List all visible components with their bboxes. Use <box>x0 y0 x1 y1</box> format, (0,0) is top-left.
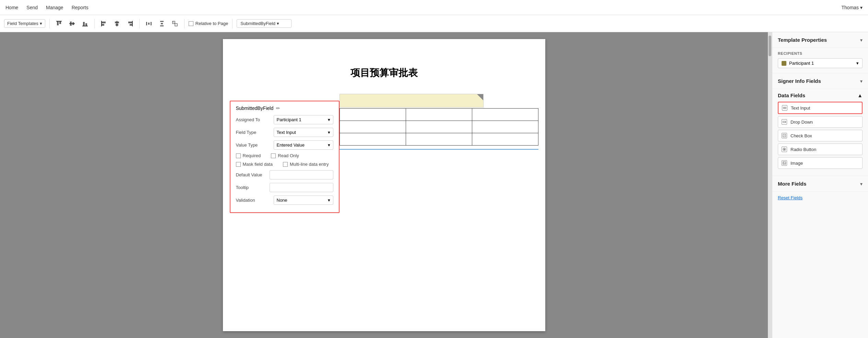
recipients-section: RECIPIENTS Participant 1 ▾ <box>772 48 868 73</box>
image-icon <box>782 160 787 166</box>
align-left-btn[interactable] <box>99 18 109 29</box>
value-type-select[interactable]: Entered Value ▾ <box>274 140 333 150</box>
default-value-label: Default Value <box>236 172 270 177</box>
edit-icon[interactable]: ✏ <box>276 105 280 111</box>
svg-rect-6 <box>83 22 85 26</box>
table-row <box>340 109 538 121</box>
svg-rect-18 <box>146 22 147 25</box>
assigned-to-row: Assigned To Participant 1 ▾ <box>236 115 333 124</box>
template-properties-chevron-icon: ▾ <box>860 37 863 43</box>
nav-send[interactable]: Send <box>26 3 38 12</box>
validation-select[interactable]: None ▾ <box>274 196 333 205</box>
table-cell <box>472 133 538 146</box>
validation-label: Validation <box>236 198 274 203</box>
distribute-v-btn[interactable] <box>157 18 167 29</box>
toolbar-separator-3 <box>139 19 140 28</box>
toolbar-separator-2 <box>94 19 95 28</box>
read-only-label: Read Only <box>278 153 299 158</box>
toolbar-separator-5 <box>232 19 233 28</box>
signer-info-title: Signer Info Fields <box>778 78 821 84</box>
data-fields-section: Data Fields ▲ Text Input Drop Down <box>772 89 868 176</box>
field-type-select[interactable]: Text Input ▾ <box>274 128 333 137</box>
table-cell <box>472 109 538 121</box>
canvas-area[interactable]: 项目预算审批表 SubmittedByField ✏ Assigned To P… <box>0 32 768 338</box>
field-type-label: Field Type <box>236 130 274 135</box>
more-fields-header[interactable]: More Fields ▾ <box>772 176 868 192</box>
field-name-select[interactable]: SubmittedByField ▾ <box>237 19 292 28</box>
svg-rect-7 <box>85 23 87 26</box>
nav-manage[interactable]: Manage <box>46 3 63 12</box>
svg-rect-25 <box>175 24 177 26</box>
scrollbar-thumb[interactable] <box>769 36 771 56</box>
align-top-btn[interactable] <box>54 18 64 29</box>
table-cell <box>340 133 406 146</box>
recipient-name: Participant 1 <box>789 61 814 66</box>
assigned-to-label: Assigned To <box>236 117 274 122</box>
doc-yellow-field[interactable] <box>340 94 484 108</box>
main-layout: 项目预算审批表 SubmittedByField ✏ Assigned To P… <box>0 32 868 338</box>
svg-rect-21 <box>160 21 164 22</box>
resize-btn[interactable] <box>170 18 180 29</box>
field-type-chevron-icon: ▾ <box>328 130 330 135</box>
svg-rect-1 <box>59 21 61 24</box>
recipients-label: RECIPIENTS <box>778 51 863 55</box>
align-bottom-btn[interactable] <box>80 18 90 29</box>
align-center-h-btn[interactable] <box>112 18 122 29</box>
image-label: Image <box>790 161 803 166</box>
scrollbar-track[interactable] <box>768 32 772 338</box>
align-center-v-btn[interactable] <box>67 18 77 29</box>
template-properties-header[interactable]: Template Properties ▾ <box>772 32 868 48</box>
svg-line-26 <box>173 21 175 24</box>
required-checkbox[interactable] <box>236 153 241 158</box>
read-only-checkbox[interactable] <box>271 153 276 158</box>
recipient-select[interactable]: Participant 1 ▾ <box>778 58 863 68</box>
svg-rect-16 <box>130 24 132 26</box>
field-item-radio-button[interactable]: Radio Button <box>778 143 863 155</box>
radio-button-label: Radio Button <box>790 147 816 152</box>
signer-info-header[interactable]: Signer Info Fields ▾ <box>772 73 868 89</box>
field-type-value: Text Input <box>277 130 296 135</box>
table-cell <box>406 121 472 133</box>
svg-rect-19 <box>148 23 150 25</box>
field-templates-label: Field Templates <box>7 21 38 26</box>
field-item-check-box[interactable]: Check Box <box>778 130 863 141</box>
tooltip-row: Tooltip <box>236 183 333 192</box>
table-cell <box>340 121 406 133</box>
svg-point-34 <box>784 162 784 163</box>
multi-line-checkbox[interactable] <box>283 162 288 167</box>
svg-rect-20 <box>151 22 152 25</box>
default-value-input[interactable] <box>270 170 333 179</box>
multi-line-label: Multi-line data entry <box>290 162 329 167</box>
value-type-value: Entered Value <box>277 142 305 148</box>
reset-fields-link[interactable]: Reset Fields <box>778 195 802 200</box>
nav-user[interactable]: Thomas ▾ <box>842 5 863 10</box>
svg-rect-23 <box>160 25 164 26</box>
relative-to-page-wrap: Relative to Page <box>189 21 228 26</box>
field-item-drop-down[interactable]: Drop Down <box>778 116 863 128</box>
toolbar: Field Templates ▾ <box>0 15 868 32</box>
mask-field-checkbox[interactable] <box>236 162 241 167</box>
field-templates-dropdown[interactable]: Field Templates ▾ <box>4 19 45 28</box>
field-item-text-input[interactable]: Text Input <box>778 102 863 114</box>
top-nav: Home Send Manage Reports Thomas ▾ <box>0 0 868 15</box>
data-fields-header[interactable]: Data Fields ▲ <box>778 92 863 98</box>
align-right-btn[interactable] <box>125 18 135 29</box>
assigned-to-chevron-icon: ▾ <box>328 117 330 122</box>
doc-divider-line <box>340 149 538 150</box>
table-row <box>340 133 538 146</box>
field-item-image[interactable]: Image <box>778 157 863 169</box>
distribute-h-btn[interactable] <box>144 18 154 29</box>
nav-home[interactable]: Home <box>5 3 18 12</box>
assigned-to-select[interactable]: Participant 1 ▾ <box>274 115 333 124</box>
svg-rect-0 <box>57 21 59 25</box>
svg-rect-9 <box>102 22 106 23</box>
field-panel: SubmittedByField ✏ Assigned To Participa… <box>230 101 340 213</box>
check-box-label: Check Box <box>790 133 812 138</box>
field-name-text: SubmittedByField <box>236 105 274 111</box>
relative-to-page-checkbox[interactable] <box>189 21 193 26</box>
svg-point-32 <box>784 149 785 150</box>
required-checkbox-item: Required <box>236 153 261 158</box>
nav-reports[interactable]: Reports <box>72 3 88 12</box>
relative-to-page-label: Relative to Page <box>195 21 228 26</box>
tooltip-input[interactable] <box>270 183 333 192</box>
